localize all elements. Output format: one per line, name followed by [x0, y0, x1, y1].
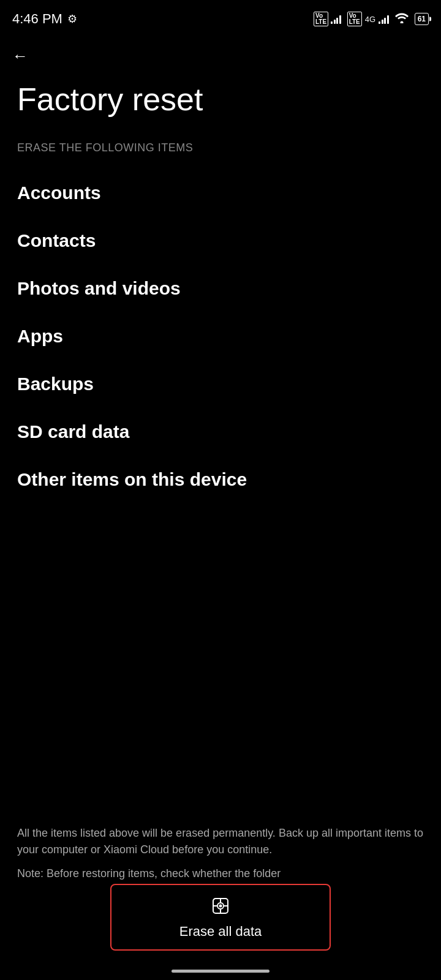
svg-point-7	[219, 905, 222, 908]
wifi-icon	[395, 12, 409, 26]
4g-label: 4G	[365, 15, 375, 24]
warning-text: All the items listed above will be erase…	[17, 825, 424, 858]
status-icons: VoLTE VoLTE 4G	[314, 12, 429, 26]
erase-all-data-button[interactable]: Erase all data	[110, 884, 331, 951]
erase-button-icon	[211, 896, 230, 920]
erase-item-contacts: Contacts	[17, 217, 424, 265]
svg-point-0	[400, 21, 403, 23]
status-bar: 4:46 PM ⚙ VoLTE VoLTE 4G	[0, 0, 441, 34]
erase-button-label: Erase all data	[179, 924, 262, 940]
signal-group-1: VoLTE	[314, 12, 341, 26]
time-display: 4:46 PM	[12, 11, 62, 27]
erase-item-backups: Backups	[17, 360, 424, 408]
volte-badge-1: VoLTE	[314, 12, 328, 26]
erase-items-list: Accounts Contacts Photos and videos Apps…	[0, 169, 441, 503]
battery-level: 61	[418, 15, 426, 23]
back-button[interactable]: ←	[0, 34, 441, 72]
signal-group-2: VoLTE 4G	[347, 12, 389, 26]
warning-section: All the items listed above will be erase…	[0, 801, 441, 894]
erase-item-sdcard: SD card data	[17, 408, 424, 456]
erase-item-accounts: Accounts	[17, 169, 424, 217]
erase-item-apps: Apps	[17, 312, 424, 360]
back-arrow-icon: ←	[12, 47, 28, 65]
section-label: ERASE THE FOLLOWING ITEMS	[0, 135, 441, 169]
note-text: Note: Before restoring items, check whet…	[17, 865, 424, 882]
page-title: Factory reset	[0, 72, 441, 135]
signal-bars-1	[331, 14, 341, 24]
signal-bars-2	[379, 14, 389, 24]
gear-icon: ⚙	[67, 12, 77, 26]
status-time: 4:46 PM ⚙	[12, 11, 77, 27]
erase-item-other: Other items on this device	[17, 456, 424, 503]
battery-indicator: 61	[415, 13, 429, 25]
volte-badge-2: VoLTE	[347, 12, 362, 26]
home-indicator	[172, 970, 270, 973]
erase-item-photos: Photos and videos	[17, 265, 424, 312]
